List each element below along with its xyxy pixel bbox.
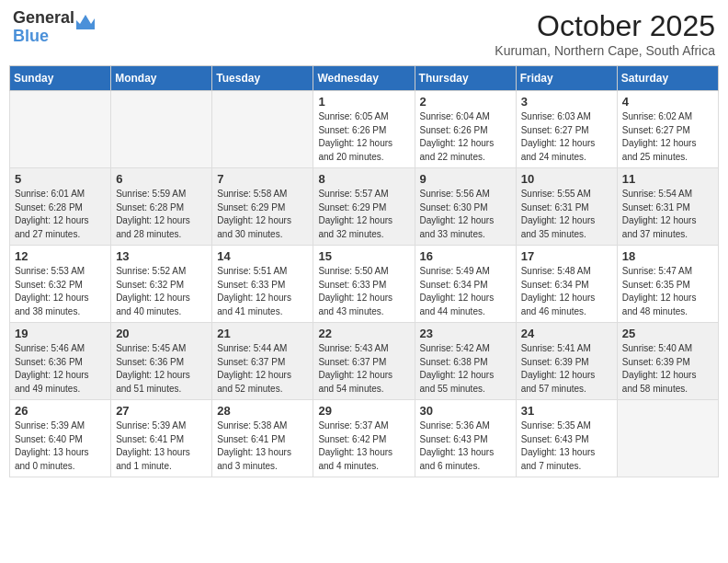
calendar-day-cell: 9Sunrise: 5:56 AMSunset: 6:30 PMDaylight… xyxy=(415,168,516,246)
day-number: 12 xyxy=(15,249,106,263)
day-info: Sunrise: 5:42 AMSunset: 6:38 PMDaylight:… xyxy=(420,342,511,396)
day-info: Sunrise: 5:49 AMSunset: 6:34 PMDaylight:… xyxy=(420,265,511,318)
day-number: 24 xyxy=(521,327,612,340)
day-number: 16 xyxy=(420,249,511,263)
day-number: 8 xyxy=(318,172,409,186)
day-info: Sunrise: 6:02 AMSunset: 6:27 PMDaylight:… xyxy=(622,110,713,164)
day-info: Sunrise: 5:41 AMSunset: 6:39 PMDaylight:… xyxy=(521,342,612,396)
day-number: 10 xyxy=(521,172,612,186)
calendar-day-cell: 26Sunrise: 5:39 AMSunset: 6:40 PMDayligh… xyxy=(10,400,111,477)
calendar-week-row: 19Sunrise: 5:46 AMSunset: 6:36 PMDayligh… xyxy=(10,323,719,400)
calendar-day-cell xyxy=(212,91,313,168)
day-number: 1 xyxy=(318,95,409,109)
day-info: Sunrise: 5:52 AMSunset: 6:32 PMDaylight:… xyxy=(116,265,207,318)
day-number: 31 xyxy=(521,404,612,418)
svg-marker-0 xyxy=(76,15,95,29)
day-number: 30 xyxy=(420,404,511,418)
calendar-day-cell: 30Sunrise: 5:36 AMSunset: 6:43 PMDayligh… xyxy=(415,400,516,477)
calendar-day-cell: 4Sunrise: 6:02 AMSunset: 6:27 PMDaylight… xyxy=(617,91,718,168)
day-number: 11 xyxy=(622,172,713,186)
day-number: 14 xyxy=(217,249,308,263)
day-number: 2 xyxy=(420,95,511,109)
location-subtitle: Kuruman, Northern Cape, South Africa xyxy=(495,43,715,58)
calendar-day-cell: 17Sunrise: 5:48 AMSunset: 6:34 PMDayligh… xyxy=(516,246,617,323)
month-title: October 2025 xyxy=(495,9,715,43)
day-number: 27 xyxy=(116,404,207,418)
calendar-table: SundayMondayTuesdayWednesdayThursdayFrid… xyxy=(9,65,719,477)
day-info: Sunrise: 5:39 AMSunset: 6:41 PMDaylight:… xyxy=(116,419,207,473)
calendar-day-cell: 6Sunrise: 5:59 AMSunset: 6:28 PMDaylight… xyxy=(111,168,212,246)
calendar-day-cell: 16Sunrise: 5:49 AMSunset: 6:34 PMDayligh… xyxy=(415,246,516,323)
day-number: 7 xyxy=(217,172,308,186)
day-info: Sunrise: 5:54 AMSunset: 6:31 PMDaylight:… xyxy=(622,188,713,241)
calendar-day-cell: 24Sunrise: 5:41 AMSunset: 6:39 PMDayligh… xyxy=(516,323,617,400)
calendar-day-cell: 15Sunrise: 5:50 AMSunset: 6:33 PMDayligh… xyxy=(313,246,415,323)
calendar-day-cell: 23Sunrise: 5:42 AMSunset: 6:38 PMDayligh… xyxy=(415,323,516,400)
day-number: 18 xyxy=(622,249,713,263)
day-info: Sunrise: 5:35 AMSunset: 6:43 PMDaylight:… xyxy=(521,419,612,473)
day-number: 9 xyxy=(420,172,511,186)
calendar-day-cell xyxy=(10,91,111,168)
calendar-day-cell: 5Sunrise: 6:01 AMSunset: 6:28 PMDaylight… xyxy=(10,168,111,246)
day-info: Sunrise: 5:53 AMSunset: 6:32 PMDaylight:… xyxy=(15,265,106,318)
calendar-day-cell: 11Sunrise: 5:54 AMSunset: 6:31 PMDayligh… xyxy=(617,168,718,246)
day-number: 5 xyxy=(15,172,106,186)
calendar-day-cell: 18Sunrise: 5:47 AMSunset: 6:35 PMDayligh… xyxy=(617,246,718,323)
day-number: 15 xyxy=(318,249,409,263)
calendar-day-cell: 20Sunrise: 5:45 AMSunset: 6:36 PMDayligh… xyxy=(111,323,212,400)
day-info: Sunrise: 5:47 AMSunset: 6:35 PMDaylight:… xyxy=(622,265,713,318)
calendar-week-row: 1Sunrise: 6:05 AMSunset: 6:26 PMDaylight… xyxy=(10,91,719,168)
day-info: Sunrise: 5:37 AMSunset: 6:42 PMDaylight:… xyxy=(318,419,409,473)
day-info: Sunrise: 5:59 AMSunset: 6:28 PMDaylight:… xyxy=(116,188,207,241)
day-number: 25 xyxy=(622,327,713,340)
day-info: Sunrise: 5:56 AMSunset: 6:30 PMDaylight:… xyxy=(420,188,511,241)
day-info: Sunrise: 5:51 AMSunset: 6:33 PMDaylight:… xyxy=(217,265,308,318)
calendar-day-cell: 27Sunrise: 5:39 AMSunset: 6:41 PMDayligh… xyxy=(111,400,212,477)
day-number: 23 xyxy=(420,327,511,340)
day-info: Sunrise: 6:01 AMSunset: 6:28 PMDaylight:… xyxy=(15,188,106,241)
day-info: Sunrise: 5:36 AMSunset: 6:43 PMDaylight:… xyxy=(420,419,511,473)
weekday-header: Wednesday xyxy=(313,66,415,91)
day-info: Sunrise: 5:38 AMSunset: 6:41 PMDaylight:… xyxy=(217,419,308,473)
day-info: Sunrise: 5:39 AMSunset: 6:40 PMDaylight:… xyxy=(15,419,106,473)
day-number: 13 xyxy=(116,249,207,263)
title-block: October 2025 Kuruman, Northern Cape, Sou… xyxy=(495,9,715,58)
weekday-header: Sunday xyxy=(10,66,111,91)
day-info: Sunrise: 5:55 AMSunset: 6:31 PMDaylight:… xyxy=(521,188,612,241)
calendar-day-cell: 29Sunrise: 5:37 AMSunset: 6:42 PMDayligh… xyxy=(313,400,415,477)
page-header: General Blue October 2025 Kuruman, North… xyxy=(9,9,719,58)
logo-blue: Blue xyxy=(13,28,74,46)
day-info: Sunrise: 5:43 AMSunset: 6:37 PMDaylight:… xyxy=(318,342,409,396)
calendar-day-cell xyxy=(111,91,212,168)
day-number: 17 xyxy=(521,249,612,263)
calendar-week-row: 26Sunrise: 5:39 AMSunset: 6:40 PMDayligh… xyxy=(10,400,719,477)
calendar-week-row: 5Sunrise: 6:01 AMSunset: 6:28 PMDaylight… xyxy=(10,168,719,246)
day-number: 19 xyxy=(15,327,106,340)
calendar-day-cell: 10Sunrise: 5:55 AMSunset: 6:31 PMDayligh… xyxy=(516,168,617,246)
day-info: Sunrise: 5:48 AMSunset: 6:34 PMDaylight:… xyxy=(521,265,612,318)
calendar-day-cell: 31Sunrise: 5:35 AMSunset: 6:43 PMDayligh… xyxy=(516,400,617,477)
day-number: 28 xyxy=(217,404,308,418)
calendar-day-cell: 12Sunrise: 5:53 AMSunset: 6:32 PMDayligh… xyxy=(10,246,111,323)
day-info: Sunrise: 5:50 AMSunset: 6:33 PMDaylight:… xyxy=(318,265,409,318)
day-number: 4 xyxy=(622,95,713,109)
day-info: Sunrise: 6:03 AMSunset: 6:27 PMDaylight:… xyxy=(521,110,612,164)
day-number: 3 xyxy=(521,95,612,109)
day-info: Sunrise: 5:45 AMSunset: 6:36 PMDaylight:… xyxy=(116,342,207,396)
day-info: Sunrise: 6:05 AMSunset: 6:26 PMDaylight:… xyxy=(318,110,409,164)
calendar-day-cell: 7Sunrise: 5:58 AMSunset: 6:29 PMDaylight… xyxy=(212,168,313,246)
calendar-day-cell: 28Sunrise: 5:38 AMSunset: 6:41 PMDayligh… xyxy=(212,400,313,477)
calendar-day-cell: 21Sunrise: 5:44 AMSunset: 6:37 PMDayligh… xyxy=(212,323,313,400)
day-number: 20 xyxy=(116,327,207,340)
calendar-day-cell xyxy=(617,400,718,477)
day-number: 21 xyxy=(217,327,308,340)
weekday-header-row: SundayMondayTuesdayWednesdayThursdayFrid… xyxy=(10,66,719,91)
calendar-day-cell: 25Sunrise: 5:40 AMSunset: 6:39 PMDayligh… xyxy=(617,323,718,400)
day-info: Sunrise: 5:40 AMSunset: 6:39 PMDaylight:… xyxy=(622,342,713,396)
calendar-day-cell: 1Sunrise: 6:05 AMSunset: 6:26 PMDaylight… xyxy=(313,91,415,168)
logo-icon xyxy=(76,11,95,29)
weekday-header: Thursday xyxy=(415,66,516,91)
day-info: Sunrise: 5:44 AMSunset: 6:37 PMDaylight:… xyxy=(217,342,308,396)
calendar-day-cell: 13Sunrise: 5:52 AMSunset: 6:32 PMDayligh… xyxy=(111,246,212,323)
logo-general: General xyxy=(13,9,74,28)
